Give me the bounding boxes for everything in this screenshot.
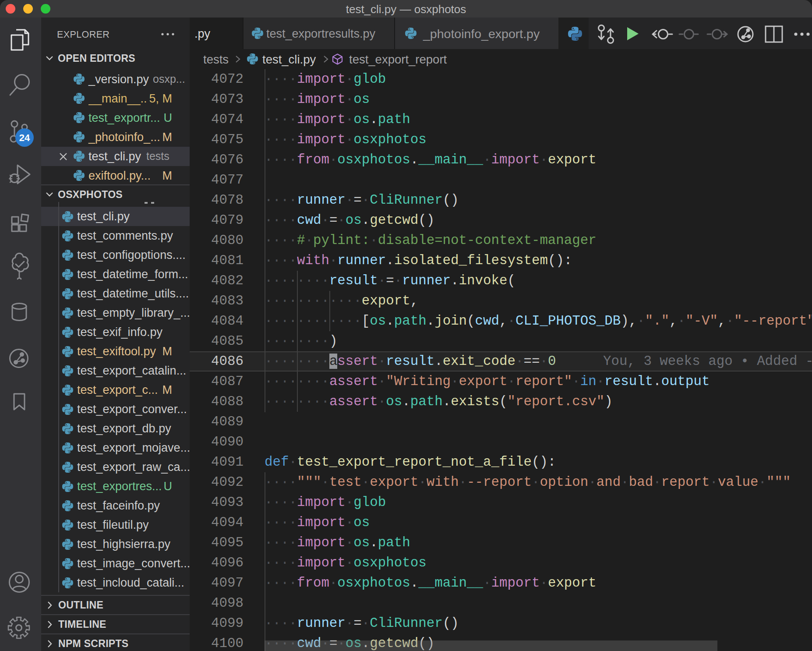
svg-text:24: 24 (19, 132, 30, 143)
